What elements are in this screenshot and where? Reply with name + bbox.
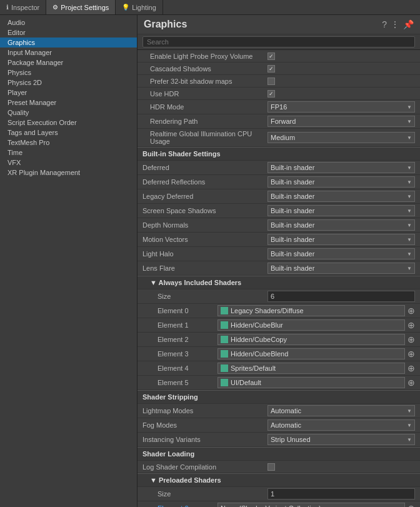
sidebar-item-package-manager[interactable]: Package Manager	[0, 58, 137, 68]
element-0-value: Legacy Shaders/Diffuse	[218, 305, 405, 316]
page-title: Graphics	[144, 19, 187, 30]
sidebar-item-script-execution-order[interactable]: Script Execution Order	[0, 118, 137, 128]
preloaded-element-0-add[interactable]: ⊕	[408, 503, 415, 507]
settings-icon: ⚙	[52, 4, 58, 11]
screen-space-shadows-dropdown[interactable]: Built-in shader ▼	[268, 205, 415, 216]
top-settings-section: Enable Light Probe Proxy Volume Cascaded…	[138, 50, 420, 147]
element-5-label: Element 5	[142, 379, 218, 386]
legacy-deferred-dropdown[interactable]: Built-in shader ▼	[268, 191, 415, 202]
motion-vectors-value: Built-in shader ▼	[268, 234, 415, 245]
deferred-dropdown[interactable]: Built-in shader ▼	[268, 162, 415, 173]
lightmap-modes-row: Lightmap Modes Automatic ▼	[138, 404, 420, 418]
element-3-value: Hidden/CubeBlend	[218, 348, 405, 359]
depth-normals-dropdown[interactable]: Built-in shader ▼	[268, 219, 415, 231]
preloaded-shaders-header: ▼ Preloaded Shaders	[138, 473, 420, 487]
fog-modes-arrow: ▼	[407, 423, 412, 428]
preloaded-size-input[interactable]	[268, 488, 415, 499]
element-4-icon	[221, 364, 228, 372]
shader-stripping-section: Shader Stripping Lightmap Modes Automati…	[138, 390, 420, 447]
light-halo-label: Light Halo	[142, 250, 268, 258]
rendering-path-dropdown[interactable]: Forward ▼	[268, 116, 415, 127]
element-2-icon	[221, 336, 228, 343]
always-included-size-input[interactable]	[268, 291, 415, 302]
element-1-icon	[221, 321, 228, 329]
sidebar-item-preset-manager[interactable]: Preset Manager	[0, 98, 137, 108]
light-halo-arrow: ▼	[407, 251, 412, 257]
deferred-row: Deferred Built-in shader ▼	[138, 161, 420, 175]
motion-vectors-dropdown[interactable]: Built-in shader ▼	[268, 234, 415, 245]
motion-vectors-label: Motion Vectors	[142, 236, 268, 243]
sidebar-item-audio[interactable]: Audio	[0, 18, 137, 28]
deferred-reflections-arrow: ▼	[407, 179, 412, 185]
shader-loading-section: Shader Loading Log Shader Compilation ▼ …	[138, 447, 420, 507]
tab-project-settings[interactable]: ⚙ Project Settings	[46, 0, 116, 14]
sidebar-item-physics[interactable]: Physics	[0, 68, 137, 78]
sidebar-item-vfx[interactable]: VFX	[0, 158, 137, 168]
lightmap-modes-dropdown[interactable]: Automatic ▼	[268, 405, 415, 416]
sidebar-item-tags-and-layers[interactable]: Tags and Layers	[0, 128, 137, 138]
prefer-32bit-checkbox[interactable]	[268, 78, 275, 85]
log-shader-label: Log Shader Compilation	[142, 463, 268, 471]
use-hdr-row: Use HDR	[138, 88, 420, 100]
tab-inspector[interactable]: ℹ Inspector	[0, 0, 46, 14]
log-shader-checkbox[interactable]	[268, 463, 275, 471]
always-included-size-value	[268, 291, 415, 302]
rendering-path-arrow: ▼	[407, 119, 412, 124]
shader-stripping-header: Shader Stripping	[138, 390, 420, 404]
gi-cpu-row: Realtime Global Illumination CPU Usage M…	[138, 129, 420, 147]
cascaded-shadows-checkbox[interactable]	[268, 65, 275, 73]
rendering-path-label: Rendering Path	[142, 118, 268, 125]
gi-cpu-value: Medium ▼	[268, 132, 415, 143]
lightmap-modes-label: Lightmap Modes	[142, 407, 268, 414]
enable-light-probe-value	[268, 53, 415, 60]
preloaded-element-0-value: None (Shader Variant Collection)	[218, 503, 405, 507]
builtin-shader-header: Built-in Shader Settings	[138, 147, 420, 161]
log-shader-row: Log Shader Compilation	[138, 461, 420, 473]
element-3-row: Element 3 Hidden/CubeBlend ⊕	[138, 347, 420, 361]
sidebar-item-input-manager[interactable]: Input Manager	[0, 48, 137, 58]
sidebar-item-player[interactable]: Player	[0, 88, 137, 98]
preloaded-size-label: Size	[142, 490, 268, 498]
sidebar-item-time[interactable]: Time	[0, 148, 137, 158]
inspector-icon: ℹ	[6, 4, 9, 11]
use-hdr-label: Use HDR	[142, 90, 268, 98]
enable-light-probe-checkbox[interactable]	[268, 53, 275, 60]
deferred-reflections-dropdown[interactable]: Built-in shader ▼	[268, 176, 415, 188]
element-4-add[interactable]: ⊕	[408, 363, 415, 373]
sidebar-item-physics2d[interactable]: Physics 2D	[0, 78, 137, 88]
lens-flare-dropdown[interactable]: Built-in shader ▼	[268, 263, 415, 274]
gi-cpu-dropdown[interactable]: Medium ▼	[268, 132, 415, 143]
always-included-section: ▼ Always Included Shaders Size Element 0…	[138, 276, 420, 390]
sidebar-item-xr-plugin-management[interactable]: XR Plugin Management	[0, 168, 137, 178]
pin-icon[interactable]: 📌	[403, 19, 414, 29]
sidebar-item-editor[interactable]: Editor	[0, 28, 137, 38]
hdr-mode-label: HDR Mode	[142, 103, 268, 111]
element-5-add[interactable]: ⊕	[408, 378, 415, 388]
more-icon[interactable]: ⋮	[391, 19, 399, 29]
sidebar-item-graphics[interactable]: Graphics	[0, 38, 137, 48]
element-2-add[interactable]: ⊕	[408, 334, 415, 344]
tab-lighting[interactable]: 💡 Lighting	[116, 0, 163, 14]
element-0-add[interactable]: ⊕	[408, 306, 415, 316]
lens-flare-row: Lens Flare Built-in shader ▼	[138, 261, 420, 276]
sidebar-item-textmesh-pro[interactable]: TextMesh Pro	[0, 138, 137, 148]
light-halo-dropdown[interactable]: Built-in shader ▼	[268, 248, 415, 259]
preloaded-size-row: Size	[138, 487, 420, 501]
prefer-32bit-row: Prefer 32-bit shadow maps	[138, 75, 420, 88]
deferred-value: Built-in shader ▼	[268, 162, 415, 173]
element-2-label: Element 2	[142, 336, 218, 343]
fog-modes-dropdown[interactable]: Automatic ▼	[268, 419, 415, 431]
element-2-row: Element 2 Hidden/CubeCopy ⊕	[138, 333, 420, 347]
rendering-path-row: Rendering Path Forward ▼	[138, 114, 420, 129]
use-hdr-checkbox[interactable]	[268, 90, 275, 98]
fog-modes-label: Fog Modes	[142, 421, 268, 429]
instancing-variants-dropdown[interactable]: Strip Unused ▼	[268, 434, 415, 445]
element-3-add[interactable]: ⊕	[408, 349, 415, 359]
legacy-deferred-value: Built-in shader ▼	[268, 191, 415, 202]
element-1-row: Element 1 Hidden/CubeBlur ⊕	[138, 318, 420, 333]
hdr-mode-dropdown[interactable]: FP16 ▼	[268, 101, 415, 113]
help-icon[interactable]: ?	[382, 19, 387, 29]
sidebar-item-quality[interactable]: Quality	[0, 108, 137, 118]
element-1-add[interactable]: ⊕	[408, 320, 415, 330]
search-input[interactable]	[142, 36, 415, 48]
